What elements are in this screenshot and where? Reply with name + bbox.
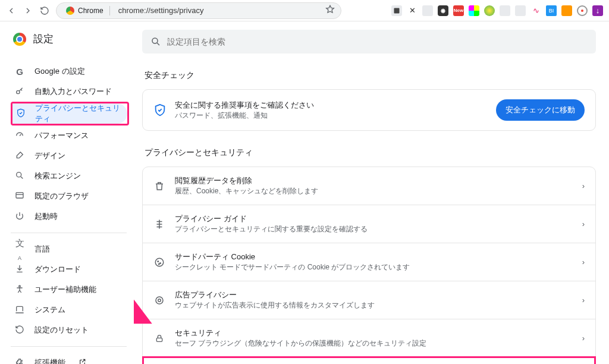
ads-icon — [153, 295, 165, 306]
svg-rect-12 — [156, 338, 162, 341]
chrome-logo-icon — [13, 33, 26, 46]
row-third-party-cookies[interactable]: サードパーティ Cookie シークレット モードでサードパーティの Cooki… — [143, 243, 595, 281]
chevron-right-icon: › — [582, 258, 585, 266]
speedometer-icon — [14, 130, 25, 142]
search-icon — [14, 171, 25, 182]
safety-check-text: 安全に関する推奨事項をご確認ください パスワード、拡張機能、通知 — [175, 100, 314, 121]
url-input[interactable] — [118, 6, 321, 15]
sidebar-item-label: ユーザー補助機能 — [34, 284, 96, 295]
svg-point-5 — [152, 38, 158, 43]
accessibility-icon — [14, 284, 25, 296]
row-title: サードパーティ Cookie — [175, 252, 410, 262]
row-security[interactable]: セキュリティ セーフ ブラウジング（危険なサイトからの保護機能）などのセキュリテ… — [143, 319, 595, 357]
sidebar-item-downloads[interactable]: ダウンロード — [11, 259, 129, 280]
extension-icon-10[interactable]: ∿ — [530, 5, 541, 16]
row-sub: 履歴、Cookie、キャッシュなどを削除します — [175, 187, 318, 195]
row-privacy-guide[interactable]: プライバシー ガイド プライバシーとセキュリティに関する重要な設定を確認する › — [143, 205, 595, 243]
trash-icon — [153, 181, 165, 192]
page-title: 設定 — [33, 32, 54, 46]
extension-icon-new[interactable]: New — [453, 5, 464, 16]
extension-icon-2[interactable]: ✕ — [407, 5, 417, 16]
svg-point-6 — [155, 258, 164, 266]
sidebar-item-extensions[interactable]: 拡張機能 — [11, 353, 129, 364]
safety-check-button[interactable]: 安全チェックに移動 — [496, 99, 585, 121]
safety-check-title: 安全チェック — [145, 70, 596, 81]
sidebar-item-privacy[interactable]: プライバシーとセキュリティ — [12, 103, 127, 124]
settings-search-input[interactable] — [167, 37, 588, 46]
annotation-highlight-sidebar: プライバシーとセキュリティ — [11, 102, 129, 125]
sidebar-item-label: 起動時 — [34, 211, 58, 222]
chevron-right-icon: › — [582, 296, 585, 305]
row-title: プライバシー ガイド — [175, 214, 368, 224]
sidebar-item-default-browser[interactable]: 既定のブラウザ — [11, 186, 129, 206]
sidebar-divider — [11, 346, 127, 347]
reload-button[interactable] — [39, 5, 50, 16]
extension-icon-12[interactable] — [561, 5, 572, 16]
safety-check-heading: 安全に関する推奨事項をご確認ください — [175, 100, 314, 111]
extension-icon-8[interactable] — [500, 5, 510, 16]
sidebar-item-autofill[interactable]: 自動入力とパスワード — [11, 81, 129, 102]
sidebar-item-accessibility[interactable]: ユーザー補助機能 — [11, 280, 129, 300]
row-ad-privacy[interactable]: 広告プライバシー ウェブサイトが広告表示に使用する情報をカスタマイズします › — [143, 281, 595, 319]
chrome-chip: Chrome — [62, 5, 114, 17]
settings-sidebar: 設定 G Google の設定 自動入力とパスワード プライバシーとセキュリティ — [0, 21, 134, 364]
sidebar-item-label: プライバシーとセキュリティ — [35, 103, 127, 124]
chevron-right-icon: › — [582, 219, 585, 228]
shield-check-icon — [153, 103, 167, 117]
sidebar-item-on-startup[interactable]: 起動時 — [11, 206, 129, 227]
svg-point-4 — [19, 285, 21, 287]
lock-icon — [153, 334, 165, 343]
extension-icon-6[interactable] — [469, 5, 479, 16]
sidebar-item-reset[interactable]: 設定のリセット — [11, 320, 129, 340]
svg-point-9 — [159, 263, 160, 265]
extension-icon-14[interactable]: ↓ — [592, 5, 603, 16]
svg-point-8 — [160, 262, 161, 263]
extension-icon-7[interactable] — [484, 5, 495, 16]
row-sub: シークレット モードでサードパーティの Cookie がブロックされています — [175, 263, 410, 271]
sidebar-item-system[interactable]: システム — [11, 300, 129, 320]
search-icon — [150, 36, 161, 47]
sidebar-item-performance[interactable]: パフォーマンス — [11, 125, 129, 146]
svg-rect-3 — [16, 192, 23, 197]
chevron-right-icon: › — [582, 334, 585, 343]
browser-icon — [14, 191, 25, 202]
sidebar-item-search-engine[interactable]: 検索エンジン — [11, 166, 129, 186]
back-button[interactable] — [6, 5, 17, 16]
sidebar-item-label: ダウンロード — [34, 264, 81, 275]
sidebar-item-label: 既定のブラウザ — [34, 191, 89, 202]
settings-main: 安全チェック 安全に関する推奨事項をご確認ください パスワード、拡張機能、通知 … — [134, 21, 609, 364]
language-icon: 文A — [14, 238, 25, 261]
sidebar-item-languages[interactable]: 文A 言語 — [11, 239, 129, 259]
address-bar[interactable]: Chrome — [56, 2, 341, 19]
extension-icon-13[interactable] — [577, 5, 588, 16]
settings-brand: 設定 — [11, 32, 134, 46]
sidebar-item-label: デザイン — [34, 150, 65, 161]
forward-button[interactable] — [23, 5, 33, 16]
row-title: 広告プライバシー — [175, 290, 375, 300]
sidebar-item-label: パフォーマンス — [34, 130, 89, 141]
sidebar-item-label: システム — [34, 305, 65, 315]
extension-icon-4[interactable] — [438, 5, 448, 16]
privacy-section-title: プライバシーとセキュリティ — [145, 148, 596, 158]
extension-icon-9[interactable] — [515, 5, 526, 16]
sidebar-item-label: Google の設定 — [34, 66, 85, 77]
system-icon — [14, 305, 25, 316]
row-site-settings[interactable]: サイトの設定 サイトが使用、表示できる情報（位置情報、カメラ、ポップアップなど）… — [142, 356, 596, 364]
bookmark-star-icon[interactable] — [325, 5, 335, 16]
safety-check-card: 安全に関する推奨事項をご確認ください パスワード、拡張機能、通知 安全チェックに… — [142, 89, 596, 131]
extension-icon-3[interactable] — [422, 5, 433, 16]
extension-icon-1[interactable] — [391, 5, 402, 16]
row-clear-browsing-data[interactable]: 閲覧履歴データを削除 履歴、Cookie、キャッシュなどを削除します › — [143, 167, 595, 205]
extension-icon-11[interactable]: BI — [546, 5, 557, 16]
sidebar-item-google[interactable]: G Google の設定 — [11, 61, 129, 81]
row-title: セキュリティ — [175, 328, 426, 338]
power-icon — [14, 211, 25, 222]
row-sub: ウェブサイトが広告表示に使用する情報をカスタマイズします — [175, 301, 375, 309]
brush-icon — [14, 150, 25, 162]
safety-check-sub: パスワード、拡張機能、通知 — [175, 111, 268, 120]
sidebar-item-label: 拡張機能 — [34, 357, 65, 364]
shield-icon — [16, 108, 26, 120]
row-sub: セーフ ブラウジング（危険なサイトからの保護機能）などのセキュリティ設定 — [175, 339, 426, 347]
settings-search[interactable] — [142, 30, 596, 54]
sidebar-item-appearance[interactable]: デザイン — [11, 146, 129, 166]
